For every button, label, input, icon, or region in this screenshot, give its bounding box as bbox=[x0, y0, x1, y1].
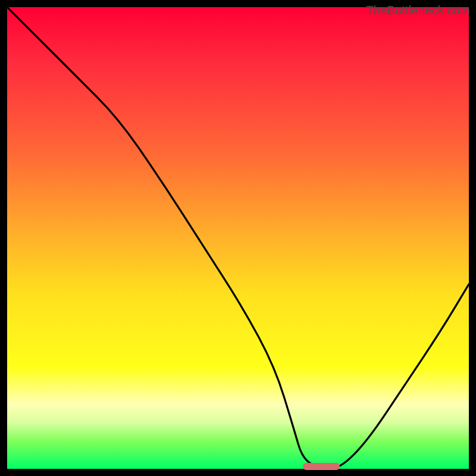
optimal-marker bbox=[303, 463, 340, 470]
curve-svg bbox=[7, 7, 469, 469]
chart-container: TheBottleneck.com bbox=[0, 0, 476, 476]
bottleneck-curve-path bbox=[7, 7, 469, 469]
watermark-text: TheBottleneck.com bbox=[366, 4, 470, 17]
plot-area bbox=[7, 7, 469, 469]
